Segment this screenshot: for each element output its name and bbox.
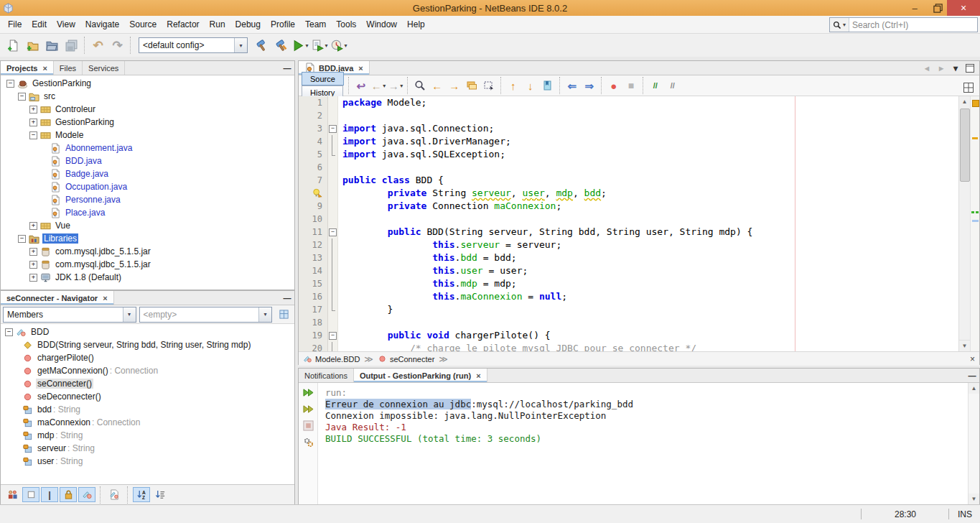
collapse-icon[interactable]: − <box>18 93 26 101</box>
menu-tools[interactable]: Tools <box>331 17 361 32</box>
new-file-button[interactable] <box>4 36 23 55</box>
tab-list-button[interactable]: ▾ <box>949 63 962 74</box>
search-scope-button[interactable]: ▾ <box>830 18 849 32</box>
tree-item-occupation-java[interactable]: Occupation.java <box>1 180 294 193</box>
next-bookmark-button[interactable]: ↓ <box>522 77 539 94</box>
code-line[interactable]: import java.sql.SQLException; <box>338 148 958 161</box>
line-number[interactable]: 13 <box>299 251 327 264</box>
minimize-window-button[interactable]: – <box>904 0 925 16</box>
tree-item-src[interactable]: −src <box>1 90 294 103</box>
inherited-members-button[interactable] <box>4 487 21 502</box>
line-number[interactable] <box>299 187 327 200</box>
rerun-alt-button[interactable] <box>301 402 315 416</box>
build-button[interactable] <box>252 36 271 55</box>
fold-marker[interactable]: − <box>328 329 337 342</box>
expand-icon[interactable]: + <box>29 248 37 256</box>
stop-disabled-button[interactable]: ■ <box>622 77 640 94</box>
scrollbar-thumb[interactable] <box>960 108 970 182</box>
line-number[interactable]: 14 <box>299 264 327 277</box>
output-tab-notifications[interactable]: Notifications <box>299 369 354 382</box>
config-combobox[interactable]: <default config>▾ <box>139 37 248 53</box>
breadcrumb-item-modele-bdd[interactable]: Modele.BDD <box>303 354 360 364</box>
forward-button[interactable]: →▾ <box>387 77 404 94</box>
occurrence-mark-2[interactable] <box>976 211 979 213</box>
tree-item-jdk-1-8-default[interactable]: +JDK 1.8 (Default) <box>1 271 294 284</box>
quick-search[interactable]: ▾ <box>829 17 978 32</box>
code-line[interactable]: } <box>338 303 958 316</box>
menu-run[interactable]: Run <box>205 17 230 32</box>
fold-marker[interactable]: − <box>328 122 337 135</box>
member-serveur[interactable]: serveur : String <box>1 442 294 455</box>
bookmark-button[interactable] <box>539 77 556 94</box>
minimize-panel-button[interactable]: — <box>280 61 294 75</box>
undo-button[interactable]: ↶ <box>88 36 108 55</box>
code-line[interactable]: this.maConnexion = null; <box>338 290 958 303</box>
line-number[interactable]: 9 <box>299 200 327 213</box>
back-button[interactable]: ←▾ <box>370 77 387 94</box>
member-bdd[interactable]: bdd : String <box>1 403 294 416</box>
maximize-view-button[interactable] <box>963 63 976 74</box>
code-editor[interactable]: package Modele;import java.sql.Connectio… <box>338 96 958 351</box>
collapse-icon[interactable]: − <box>329 125 337 133</box>
sort-alpha-button[interactable]: AZ <box>133 487 150 502</box>
uncomment-button[interactable]: // <box>664 77 681 94</box>
tree-item-personne-java[interactable]: Personne.java <box>1 193 294 206</box>
projects-tab-files[interactable]: Files <box>54 61 83 75</box>
line-number[interactable]: 16 <box>299 290 327 303</box>
code-line[interactable] <box>338 213 958 226</box>
line-number[interactable]: 6 <box>299 161 327 174</box>
fold-marker[interactable]: − <box>328 226 337 239</box>
breadcrumb-item-seconnecter[interactable]: seConnecter <box>378 354 434 364</box>
menu-debug[interactable]: Debug <box>230 17 266 32</box>
inner-classes-filter-button[interactable] <box>106 487 123 502</box>
expand-icon[interactable]: + <box>29 222 37 230</box>
output-console[interactable]: run:Erreur de connexion au jdbc:mysql://… <box>318 383 968 504</box>
code-line[interactable] <box>338 109 958 122</box>
scroll-down-icon[interactable]: ▼ <box>969 494 979 504</box>
minimize-panel-button[interactable]: — <box>965 369 979 382</box>
close-icon[interactable]: × <box>103 294 107 302</box>
member-getmaconnexion[interactable]: getMaConnexion() : Connection <box>1 364 294 377</box>
collapse-icon[interactable]: − <box>329 332 337 340</box>
minimize-panel-button[interactable]: — <box>280 291 294 305</box>
collapse-icon[interactable]: − <box>29 131 37 139</box>
expand-icon[interactable]: + <box>29 106 37 114</box>
close-icon[interactable]: × <box>358 64 363 73</box>
close-window-button[interactable]: × <box>947 0 980 16</box>
open-in-window-button[interactable] <box>275 307 292 322</box>
code-line[interactable]: import java.sql.Connection; <box>338 122 958 135</box>
collapse-icon[interactable]: − <box>5 328 13 336</box>
last-edit-button[interactable]: ↩ <box>353 77 370 94</box>
highlight-button[interactable] <box>463 77 480 94</box>
menu-window[interactable]: Window <box>361 17 402 32</box>
collapse-icon[interactable]: − <box>329 228 337 236</box>
tree-item-badge-java[interactable]: Badge.java <box>1 167 294 180</box>
code-line[interactable]: package Modele; <box>338 96 958 109</box>
editor-vertical-scrollbar[interactable]: ▲ ▼ <box>958 96 970 351</box>
code-fold-column[interactable]: −−− <box>328 96 338 351</box>
tree-item-libraries[interactable]: −Libraries <box>1 232 294 245</box>
line-number[interactable]: 11 <box>299 226 327 239</box>
rect-select-button[interactable] <box>480 77 498 94</box>
error-stripe[interactable] <box>970 96 979 351</box>
navigator-tab-seconnecter-navigator[interactable]: seConnecter - Navigator× <box>1 291 114 305</box>
view-source-button[interactable]: Source <box>302 72 344 85</box>
new-project-button[interactable] <box>23 36 42 55</box>
scroll-down-icon[interactable]: ▼ <box>959 340 970 351</box>
profile-button[interactable]: ▾ <box>330 36 349 55</box>
tree-item-gestionparking[interactable]: +GestionParking <box>1 116 294 129</box>
warning-line-mark[interactable] <box>972 137 978 139</box>
navigator-inspect-combobox[interactable]: <empty> ▾ <box>139 307 273 323</box>
projects-tab-projects[interactable]: Projects× <box>1 61 54 75</box>
code-line[interactable]: this.bdd = bdd; <box>338 251 958 264</box>
save-all-button[interactable] <box>62 36 81 55</box>
tree-item-com-mysql-jdbc-5-1-5-jar[interactable]: +com.mysql.jdbc_5.1.5.jar <box>1 258 294 271</box>
menu-help[interactable]: Help <box>402 17 430 32</box>
stop-build-button[interactable] <box>301 419 315 432</box>
code-line[interactable]: private String serveur, user, mdp, bdd; <box>338 187 958 200</box>
menu-refactor[interactable]: Refactor <box>162 17 204 32</box>
expand-icon[interactable]: + <box>29 274 37 282</box>
tree-item-controleur[interactable]: +Controleur <box>1 103 294 116</box>
member-user[interactable]: user : String <box>1 455 294 468</box>
line-number[interactable]: 3 <box>299 122 327 135</box>
